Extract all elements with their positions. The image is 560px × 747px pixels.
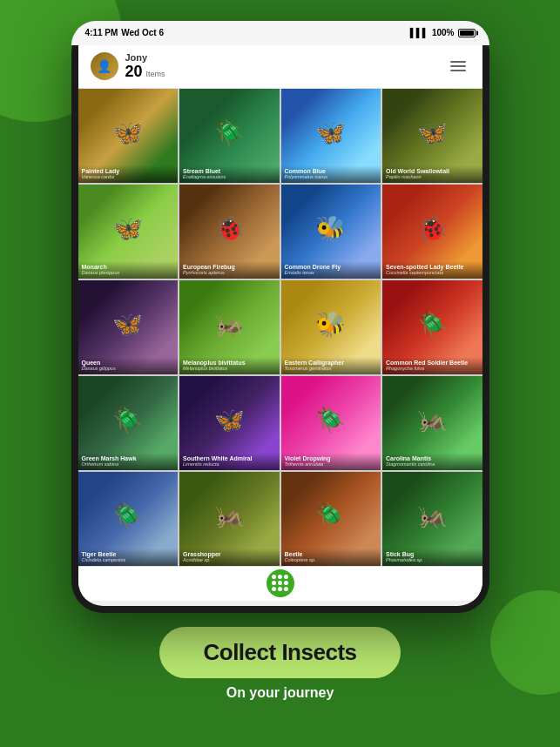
cell-label-19: Beetle Coleoptera sp.	[281, 548, 381, 566]
common-name-2: Stream Bluet	[183, 168, 276, 175]
common-name-13: Green Marsh Hawk	[82, 455, 175, 462]
grid-cell-4[interactable]: 🦋 Old World Swallowtail Papilio machaon	[382, 89, 482, 183]
grid-cell-20[interactable]: 🦗 Stick Bug Phasmatodea sp.	[382, 472, 482, 566]
grid-cell-8[interactable]: 🐞 Seven-spotted Lady Beetle Coccinella s…	[382, 185, 482, 279]
cell-label-18: Grasshopper Acrididae sp.	[179, 548, 280, 566]
grid-cell-1[interactable]: 🦋 Painted Lady Vanessa cardui	[78, 89, 179, 183]
common-name-11: Eastern Calligrapher	[285, 360, 378, 367]
header-info: Jony 20 Items	[125, 52, 165, 81]
insect-grid: 🦋 Painted Lady Vanessa cardui 🪲 Stream B…	[78, 89, 482, 566]
scientific-name-18: Acrididae sp.	[183, 557, 276, 562]
cell-label-6: European Firebug Pyrrhocoris apterus	[179, 261, 280, 279]
hamburger-icon	[450, 61, 466, 71]
cell-label-9: Queen Danaus gilippus	[78, 357, 179, 374]
cell-label-5: Monarch Danaus plexippus	[78, 261, 179, 279]
cell-label-8: Seven-spotted Lady Beetle Coccinella sep…	[382, 261, 482, 279]
common-name-1: Painted Lady	[82, 168, 175, 175]
grid-cell-12[interactable]: 🪲 Common Red Soldier Beetle Rhagonycha f…	[382, 280, 482, 374]
cell-label-14: Southern White Admiral Limenitis reducta	[179, 453, 280, 470]
scientific-name-7: Eristalis tenax	[285, 270, 378, 275]
cell-label-16: Carolina Mantis Stagmomantis carolina	[382, 453, 482, 470]
header: 👤 Jony 20 Items	[78, 45, 482, 89]
scientific-name-10: Melanoplus bivittatus	[183, 366, 276, 371]
common-name-7: Common Drone Fly	[285, 264, 378, 271]
common-name-4: Old World Swallowtail	[386, 168, 479, 175]
scientific-name-12: Rhagonycha fulva	[386, 366, 479, 371]
scientific-name-3: Polyommatus icarus	[285, 174, 378, 179]
scientific-name-20: Phasmatodea sp.	[386, 557, 479, 562]
scientific-name-13: Orthetrum sabina	[82, 461, 175, 467]
scientific-name-15: Trithemis annulata	[285, 461, 378, 467]
scientific-name-17: Cicindela campestris	[82, 557, 175, 562]
cell-label-13: Green Marsh Hawk Orthetrum sabina	[78, 453, 179, 470]
common-name-12: Common Red Soldier Beetle	[386, 360, 479, 367]
collect-insects-button[interactable]: Collect Insects	[159, 627, 400, 678]
items-label: Items	[146, 70, 165, 78]
grid-cell-15[interactable]: 🪲 Violet Dropwing Trithemis annulata	[281, 376, 381, 470]
scientific-name-16: Stagmomantis carolina	[386, 461, 479, 467]
common-name-17: Tiger Beetle	[82, 551, 175, 558]
common-name-10: Melanoplus bivittatus	[183, 360, 276, 367]
cell-label-7: Common Drone Fly Eristalis tenax	[281, 261, 381, 279]
cell-label-12: Common Red Soldier Beetle Rhagonycha ful…	[382, 357, 482, 374]
scientific-name-6: Pyrrhocoris apterus	[183, 270, 276, 275]
cell-label-4: Old World Swallowtail Papilio machaon	[382, 165, 482, 183]
common-name-14: Southern White Admiral	[183, 455, 276, 462]
grid-cell-19[interactable]: 🪲 Beetle Coleoptera sp.	[281, 472, 381, 566]
user-name: Jony	[125, 52, 165, 63]
battery-icon	[458, 29, 476, 37]
status-date: Wed Oct 6	[121, 28, 164, 37]
status-time: 4:11 PM	[85, 28, 118, 37]
grid-icon	[272, 575, 289, 592]
cell-label-1: Painted Lady Vanessa cardui	[78, 165, 179, 183]
common-name-16: Carolina Mantis	[386, 455, 479, 462]
screen: 👤 Jony 20 Items 🦋	[78, 45, 482, 606]
common-name-19: Beetle	[285, 551, 378, 558]
scientific-name-11: Toxomerus geminatus	[285, 366, 378, 371]
bg-decoration-bottom	[490, 590, 560, 695]
common-name-18: Grasshopper	[183, 551, 276, 558]
common-name-20: Stick Bug	[386, 551, 479, 558]
grid-cell-5[interactable]: 🦋 Monarch Danaus plexippus	[78, 185, 179, 279]
cta-subtitle: On your journey	[226, 685, 334, 701]
cell-label-11: Eastern Calligrapher Toxomerus geminatus	[281, 357, 381, 374]
grid-cell-14[interactable]: 🦋 Southern White Admiral Limenitis reduc…	[179, 376, 280, 470]
scientific-name-2: Enallagma exsulans	[183, 174, 276, 179]
tab-bar	[78, 566, 482, 601]
common-name-3: Common Blue	[285, 168, 378, 175]
cell-label-3: Common Blue Polyommatus icarus	[281, 165, 381, 183]
scientific-name-14: Limenitis reducta	[183, 461, 276, 467]
header-left: 👤 Jony 20 Items	[91, 52, 165, 81]
scientific-name-4: Papilio machaon	[386, 174, 479, 179]
common-name-15: Violet Dropwing	[285, 455, 378, 462]
common-name-9: Queen	[82, 360, 175, 367]
avatar: 👤	[91, 52, 118, 80]
grid-cell-16[interactable]: 🦗 Carolina Mantis Stagmomantis carolina	[382, 376, 482, 470]
item-count: 20	[125, 63, 143, 81]
grid-cell-11[interactable]: 🐝 Eastern Calligrapher Toxomerus geminat…	[281, 280, 381, 374]
cell-label-15: Violet Dropwing Trithemis annulata	[281, 453, 381, 470]
grid-cell-13[interactable]: 🪲 Green Marsh Hawk Orthetrum sabina	[78, 376, 179, 470]
cell-label-2: Stream Bluet Enallagma exsulans	[179, 165, 280, 183]
scientific-name-9: Danaus gilippus	[82, 366, 175, 371]
grid-cell-7[interactable]: 🐝 Common Drone Fly Eristalis tenax	[281, 185, 381, 279]
signal-icon: ▌▌▌	[410, 28, 428, 37]
grid-cell-10[interactable]: 🦗 Melanoplus bivittatus Melanoplus bivit…	[179, 280, 280, 374]
bottom-section: Collect Insects On your journey	[159, 627, 400, 701]
cell-label-10: Melanoplus bivittatus Melanoplus bivitta…	[179, 357, 280, 374]
battery-label: 100%	[432, 28, 455, 37]
status-bar-left: 4:11 PM Wed Oct 6	[85, 28, 165, 37]
grid-cell-17[interactable]: 🪲 Tiger Beetle Cicindela campestris	[78, 472, 179, 566]
scientific-name-8: Coccinella septempunctata	[386, 270, 479, 275]
grid-cell-9[interactable]: 🦋 Queen Danaus gilippus	[78, 280, 179, 374]
scientific-name-1: Vanessa cardui	[82, 174, 175, 179]
tab-grid-button[interactable]	[267, 569, 294, 597]
grid-cell-18[interactable]: 🦗 Grasshopper Acrididae sp.	[179, 472, 280, 566]
common-name-8: Seven-spotted Lady Beetle	[386, 264, 479, 271]
grid-cell-3[interactable]: 🦋 Common Blue Polyommatus icarus	[281, 89, 381, 183]
grid-cell-6[interactable]: 🐞 European Firebug Pyrrhocoris apterus	[179, 185, 280, 279]
grid-cell-2[interactable]: 🪲 Stream Bluet Enallagma exsulans	[179, 89, 280, 183]
menu-button[interactable]	[446, 54, 470, 78]
scientific-name-19: Coleoptera sp.	[285, 557, 378, 562]
common-name-5: Monarch	[82, 264, 175, 271]
